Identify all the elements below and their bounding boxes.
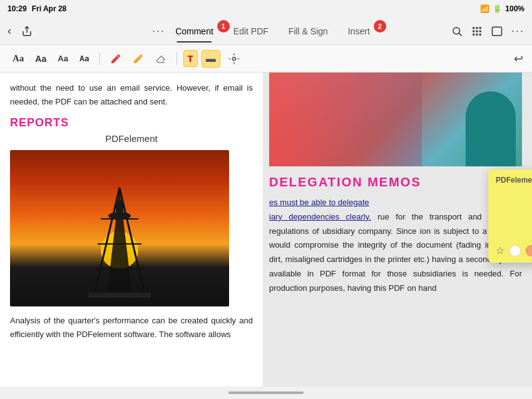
sticky-note-body[interactable] (496, 188, 532, 238)
pump-silhouette (69, 181, 170, 306)
svg-rect-7 (476, 30, 478, 32)
toolbar-left: ‹ (8, 24, 33, 38)
separator-2 (176, 53, 177, 65)
svg-rect-4 (476, 27, 478, 29)
svg-rect-6 (473, 30, 474, 32)
svg-rect-9 (473, 33, 474, 35)
wifi-icon: 📶 (480, 4, 489, 13)
separator-1 (100, 53, 100, 65)
status-bar: 10:29 Fri Apr 28 📶 🔋 100% (0, 0, 532, 18)
toolbar-center: ··· Comment 1 Edit PDF Fill & Sign Inser… (152, 21, 380, 41)
left-panel: without the need to use an email service… (0, 73, 263, 386)
person-silhouette (466, 91, 516, 166)
color-white[interactable] (509, 245, 521, 256)
underlined-text: es must be able to delegateiary dependen… (269, 198, 371, 221)
svg-rect-22 (88, 293, 151, 298)
svg-rect-11 (479, 33, 481, 35)
color-peach[interactable] (526, 245, 532, 256)
sticky-note-popup: PDFelement ☆ (488, 169, 532, 263)
toolbar-right: ··· (451, 24, 524, 38)
svg-line-2 (459, 33, 461, 36)
svg-rect-3 (473, 27, 474, 29)
pdfelement-center-label: PDFelement (10, 133, 253, 144)
text-size-sans[interactable]: Aa (31, 51, 50, 66)
grid-button[interactable] (471, 26, 483, 37)
oil-pump-image (10, 150, 229, 306)
tab-comment[interactable]: Comment (165, 21, 223, 41)
svg-rect-12 (492, 27, 501, 36)
analysis-text: Analysis of the quarter's performance ca… (10, 314, 253, 341)
share-button[interactable] (21, 26, 33, 37)
text-box-button[interactable]: ▬ (202, 50, 220, 68)
sticky-note-header: PDFelement (496, 176, 532, 184)
main-content: without the need to use an email service… (0, 73, 532, 386)
text-size-serif[interactable]: Aa (9, 51, 28, 66)
svg-rect-5 (479, 27, 481, 29)
battery-percent: 100% (505, 4, 524, 13)
intro-text: without the need to use an email service… (10, 81, 253, 109)
text-size-small[interactable]: Aa (54, 51, 72, 66)
svg-point-13 (232, 57, 235, 60)
more-button[interactable]: ··· (511, 24, 524, 38)
reports-title: REPORTS (10, 116, 253, 129)
right-panel: DELEGATION MEMOS es must be able to dele… (263, 73, 532, 386)
pen-orange-button[interactable] (129, 51, 148, 67)
secondary-toolbar: Aa Aa Aa Aa T ▬ ↩ (0, 45, 532, 73)
text-highlight-button[interactable]: T (183, 50, 198, 67)
tab-comment-wrapper: Comment 1 (165, 21, 223, 41)
back-button[interactable]: ‹ (8, 24, 11, 38)
pen-red-button[interactable] (106, 51, 125, 67)
home-indicator (228, 391, 304, 394)
tab-insert-wrapper: Insert 2 (338, 21, 380, 41)
dots-menu[interactable]: ··· (152, 24, 165, 38)
delegation-title: DELEGATION MEMOS (269, 175, 522, 189)
status-left: 10:29 Fri Apr 28 (8, 4, 66, 13)
date: Fri Apr 28 (32, 4, 67, 13)
undo-button[interactable]: ↩ (514, 52, 523, 66)
time: 10:29 (8, 4, 27, 13)
eraser-button[interactable] (151, 51, 170, 67)
svg-rect-21 (116, 200, 123, 219)
header-image (269, 73, 522, 166)
bottom-bar (0, 386, 532, 399)
stamp-button[interactable] (224, 50, 244, 68)
tab-fill-sign[interactable]: Fill & Sign (279, 21, 338, 41)
search-button[interactable] (451, 26, 463, 37)
right-body-text: es must be able to delegateiary dependen… (269, 196, 522, 295)
header-person-area (422, 73, 522, 166)
top-toolbar: ‹ ··· Comment 1 Edit PDF Fill & Sign Ins… (0, 18, 532, 45)
view-button[interactable] (491, 26, 503, 37)
status-right: 📶 🔋 100% (480, 4, 524, 13)
text-size-mono[interactable]: Aa (76, 51, 93, 66)
insert-badge: 2 (374, 20, 386, 33)
sticky-note-footer: ☆ (496, 245, 532, 256)
svg-point-1 (453, 28, 460, 34)
tab-edit-pdf[interactable]: Edit PDF (223, 21, 279, 41)
battery-icon: 🔋 (493, 4, 502, 13)
svg-rect-10 (476, 33, 478, 35)
bookmark-icon-button[interactable]: ☆ (496, 245, 504, 256)
svg-rect-8 (479, 30, 481, 32)
